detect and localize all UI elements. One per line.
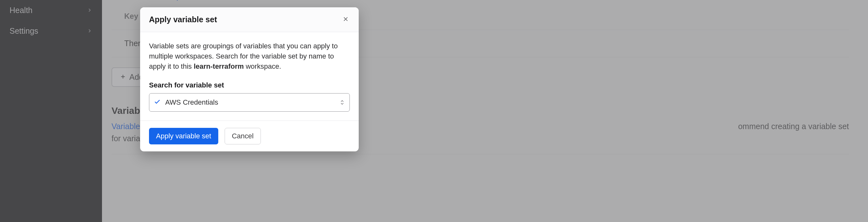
variable-set-select[interactable]: AWS Credentials <box>149 93 350 112</box>
select-value: AWS Credentials <box>165 98 218 107</box>
modal-body: Variable sets are groupings of variables… <box>140 32 359 120</box>
modal-description: Variable sets are groupings of variables… <box>149 41 350 72</box>
close-icon <box>342 19 349 24</box>
apply-variable-set-modal: Apply variable set Variable sets are gro… <box>140 7 359 151</box>
modal-footer: Apply variable set Cancel <box>140 120 359 151</box>
modal-header: Apply variable set <box>140 7 359 32</box>
modal-overlay[interactable] <box>0 0 868 222</box>
search-variable-set-label: Search for variable set <box>149 81 350 89</box>
close-button[interactable] <box>341 14 350 25</box>
select-left: AWS Credentials <box>154 97 218 108</box>
cancel-button[interactable]: Cancel <box>225 128 261 144</box>
text-fragment: workspace. <box>244 62 281 70</box>
apply-variable-set-button[interactable]: Apply variable set <box>149 128 218 144</box>
workspace-name: learn-terraform <box>194 62 244 70</box>
check-icon <box>154 97 161 108</box>
chevron-updown-icon <box>339 97 345 108</box>
modal-title: Apply variable set <box>149 15 217 24</box>
